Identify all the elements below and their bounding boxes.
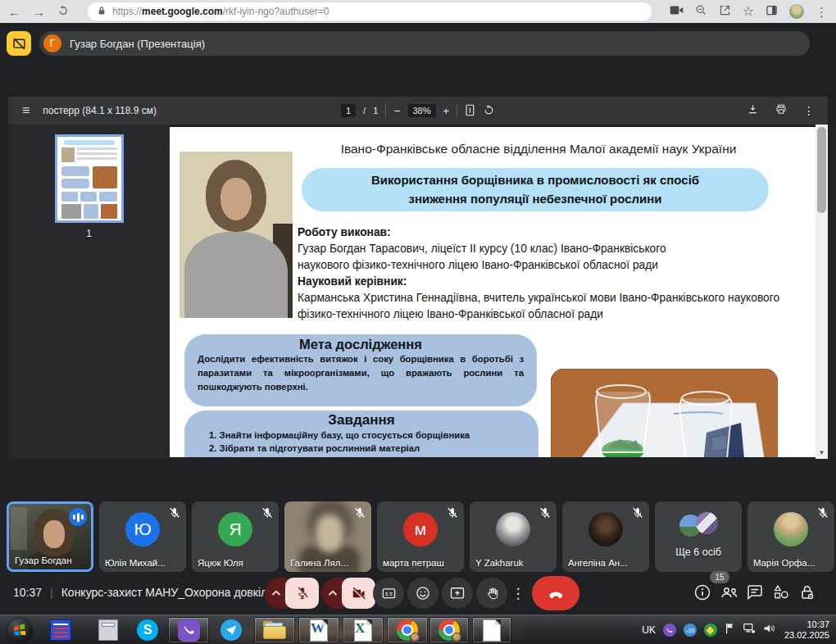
zoom-in-button[interactable]: + (443, 105, 449, 117)
bookmark-star-icon[interactable]: ☆ (743, 5, 754, 18)
participant-avatar: м (403, 512, 438, 546)
page-total: 1 (373, 106, 378, 116)
participant-name: Марія Орфа... (753, 558, 815, 568)
mic-off-button[interactable] (285, 578, 319, 609)
forward-icon[interactable]: → (33, 6, 45, 18)
taskbar-viber-button[interactable] (168, 617, 209, 643)
share-icon[interactable] (719, 4, 731, 20)
mic-control-group (265, 578, 319, 609)
chat-button[interactable] (745, 583, 766, 604)
profile-avatar[interactable] (789, 4, 804, 19)
beakers-photo (551, 369, 778, 457)
pdf-menu-icon[interactable]: ≡ (22, 103, 30, 118)
taskbar-clock[interactable]: 10:37 23.02.2025 (783, 619, 834, 641)
address-bar[interactable]: https://meet.google.com/rkf-iyin-ngo?aut… (88, 2, 652, 20)
tray-action-center-icon[interactable] (725, 623, 735, 637)
scrollbar-thumb[interactable] (817, 127, 826, 213)
participant-name: Y Zakharuk (475, 558, 524, 568)
end-call-button[interactable] (532, 576, 579, 610)
taskbar-calculator-button[interactable] (90, 617, 126, 643)
raise-hand-button[interactable] (476, 578, 507, 609)
participant-tile[interactable]: Галина Лял... (284, 501, 371, 572)
word-icon: W (310, 619, 328, 642)
taskbar-word-button[interactable]: W (298, 617, 339, 643)
captions-button[interactable] (373, 578, 404, 609)
participant-tile[interactable]: Я Яцюк Юля (192, 501, 279, 572)
tray-volume-icon[interactable] (763, 623, 775, 637)
present-screen-button[interactable] (442, 578, 473, 609)
participant-tile[interactable]: Y Zakharuk (470, 501, 557, 572)
taskbar-telegram-button[interactable] (213, 617, 249, 643)
tab-camera-icon[interactable] (670, 4, 684, 19)
reload-icon[interactable] (57, 5, 69, 18)
zoom-out-button[interactable]: − (393, 104, 400, 117)
browser-toolbar: ← → https://meet.google.com/rkf-iyin-ngo… (0, 0, 836, 23)
tray-viber-icon[interactable] (663, 624, 676, 637)
participant-avatar (496, 512, 530, 546)
print-icon[interactable] (775, 103, 788, 119)
separator: | (50, 586, 53, 599)
tray-antivirus-icon[interactable] (704, 624, 717, 637)
meeting-details-button[interactable] (693, 583, 714, 604)
zoom-level: 38% (407, 104, 435, 117)
camera-control-group (321, 578, 375, 609)
participant-tile[interactable]: Марія Орфа... (747, 501, 834, 572)
chrome-icon (397, 619, 418, 641)
people-button[interactable] (719, 583, 740, 604)
start-button[interactable] (3, 617, 36, 643)
mic-off-icon (631, 506, 644, 519)
windows-taskbar: S W X (0, 615, 836, 644)
fit-page-icon[interactable] (465, 104, 475, 118)
presenter-banner[interactable]: Г Гузар Богдан (Презентація) (39, 31, 810, 56)
mic-options-chevron[interactable] (265, 578, 287, 609)
participant-tile[interactable]: Ангеліна Ан... (562, 501, 649, 572)
participant-avatar (774, 512, 808, 546)
language-indicator[interactable]: UK (642, 624, 656, 636)
mic-off-icon (538, 506, 552, 519)
zoom-page-icon[interactable] (695, 4, 707, 20)
poster-authors: Роботу виконав: Гузар Богдан Тарасович, … (298, 224, 816, 323)
pdf-more-icon[interactable]: ⋮ (803, 104, 815, 117)
presenting-off-button[interactable] (7, 31, 31, 56)
toolbar-divider (385, 104, 386, 117)
overflow-participants-tile[interactable]: Ще 6 осіб (655, 501, 742, 572)
side-panel-icon[interactable] (766, 4, 778, 20)
rotate-icon[interactable] (483, 104, 495, 118)
participant-name: марта петраш (383, 558, 444, 568)
taskbar-chrome-button[interactable] (387, 617, 428, 643)
chrome-profile-badge (452, 633, 461, 642)
back-icon[interactable]: ← (8, 6, 20, 18)
participant-tile[interactable]: м марта петраш (377, 501, 464, 572)
chrome-icon (438, 619, 460, 641)
reactions-button[interactable] (407, 578, 438, 609)
mic-off-icon (261, 506, 274, 519)
overflow-count-label: Ще 6 осіб (655, 546, 742, 558)
taskbar-skype-button[interactable]: S (129, 617, 166, 643)
browser-menu-icon[interactable]: ⋮ (816, 6, 828, 18)
download-icon[interactable] (747, 103, 759, 119)
taskbar-dictionary-button[interactable] (43, 617, 79, 643)
participant-tile[interactable]: Гузар Богдан (7, 501, 93, 572)
presenter-label: Гузар Богдан (Презентація) (70, 38, 205, 50)
tray-weather-icon[interactable]: -15 (684, 624, 697, 637)
more-options-button[interactable]: ⋮ (511, 578, 525, 609)
taskbar-explorer-button[interactable] (254, 617, 295, 643)
tray-network-icon[interactable] (743, 623, 756, 637)
participant-tile[interactable]: Ю Юлія Михай... (99, 501, 186, 572)
dictionary-icon (50, 619, 71, 641)
scroll-down-button[interactable]: ▼ (816, 447, 828, 459)
taskbar-excel-button[interactable]: X (343, 617, 384, 643)
host-controls-button[interactable] (797, 583, 819, 604)
taskbar-chrome-button-2[interactable] (429, 617, 469, 643)
participant-name: Яцюк Юля (198, 558, 243, 568)
camera-off-button[interactable] (342, 578, 375, 609)
page-number-input[interactable]: 1 (341, 104, 356, 117)
activities-button[interactable] (771, 583, 793, 604)
participant-avatar (588, 512, 623, 546)
page-thumbnail[interactable] (55, 134, 124, 223)
excel-icon: X (354, 619, 372, 642)
pdf-scrollbar[interactable]: ▼ (816, 125, 828, 459)
toolbar-divider (457, 104, 457, 117)
taskbar-document-button[interactable] (472, 617, 511, 643)
camera-options-chevron[interactable] (321, 578, 343, 609)
